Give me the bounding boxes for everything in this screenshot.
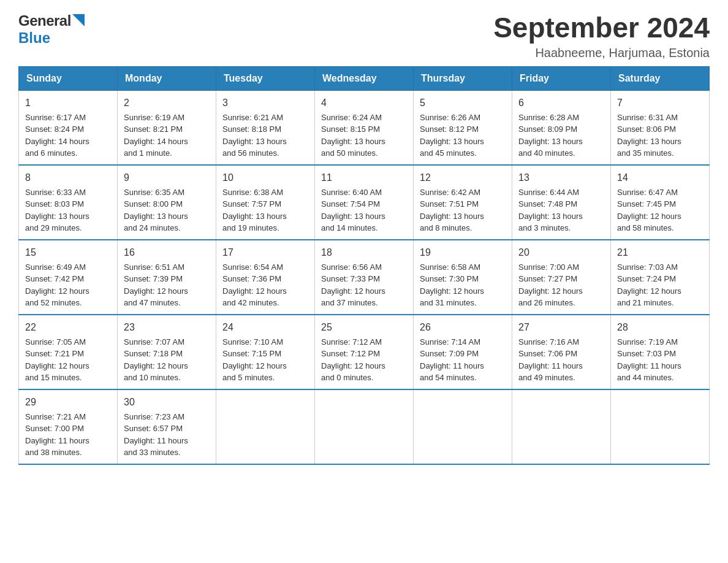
day-number: 7	[617, 96, 703, 110]
calendar-cell: 1Sunrise: 6:17 AM Sunset: 8:24 PM Daylig…	[19, 90, 118, 165]
day-number: 14	[617, 170, 703, 185]
day-info: Sunrise: 6:44 AM Sunset: 7:48 PM Dayligh…	[518, 188, 583, 233]
day-info: Sunrise: 7:12 AM Sunset: 7:12 PM Dayligh…	[321, 337, 385, 383]
day-info: Sunrise: 6:40 AM Sunset: 7:54 PM Dayligh…	[321, 188, 385, 233]
calendar-cell: 25Sunrise: 7:12 AM Sunset: 7:12 PM Dayli…	[315, 315, 414, 389]
calendar-cell: 12Sunrise: 6:42 AM Sunset: 7:51 PM Dayli…	[414, 165, 512, 240]
calendar-cell: 17Sunrise: 6:54 AM Sunset: 7:36 PM Dayli…	[216, 240, 315, 315]
day-info: Sunrise: 6:19 AM Sunset: 8:21 PM Dayligh…	[124, 113, 188, 158]
day-info: Sunrise: 7:19 AM Sunset: 7:03 PM Dayligh…	[617, 337, 681, 383]
header-sunday: Sunday	[19, 66, 118, 90]
day-info: Sunrise: 7:16 AM Sunset: 7:06 PM Dayligh…	[518, 337, 583, 383]
day-number: 12	[420, 170, 506, 185]
logo: General Blue	[18, 12, 85, 47]
calendar-cell	[216, 389, 315, 464]
day-info: Sunrise: 7:07 AM Sunset: 7:18 PM Dayligh…	[124, 337, 188, 383]
day-number: 10	[222, 170, 308, 185]
logo-general-text: General	[18, 12, 71, 29]
day-number: 28	[617, 320, 703, 335]
day-number: 15	[25, 245, 111, 260]
calendar-cell: 8Sunrise: 6:33 AM Sunset: 8:03 PM Daylig…	[19, 165, 118, 240]
header-tuesday: Tuesday	[216, 66, 315, 90]
day-number: 30	[124, 395, 210, 410]
day-info: Sunrise: 6:38 AM Sunset: 7:57 PM Dayligh…	[222, 188, 287, 233]
day-number: 22	[25, 320, 111, 335]
day-number: 6	[518, 96, 604, 110]
calendar-cell: 6Sunrise: 6:28 AM Sunset: 8:09 PM Daylig…	[512, 90, 611, 165]
day-number: 21	[617, 245, 703, 260]
calendar-cell: 26Sunrise: 7:14 AM Sunset: 7:09 PM Dayli…	[414, 315, 512, 389]
day-info: Sunrise: 7:10 AM Sunset: 7:15 PM Dayligh…	[222, 337, 287, 383]
calendar-week-row: 15Sunrise: 6:49 AM Sunset: 7:42 PM Dayli…	[19, 240, 710, 315]
calendar-cell: 19Sunrise: 6:58 AM Sunset: 7:30 PM Dayli…	[414, 240, 512, 315]
calendar-cell: 21Sunrise: 7:03 AM Sunset: 7:24 PM Dayli…	[611, 240, 710, 315]
calendar-cell: 16Sunrise: 6:51 AM Sunset: 7:39 PM Dayli…	[118, 240, 216, 315]
svg-marker-0	[72, 14, 85, 26]
day-info: Sunrise: 7:14 AM Sunset: 7:09 PM Dayligh…	[420, 337, 484, 383]
calendar-cell	[414, 389, 512, 464]
day-number: 26	[420, 320, 506, 335]
calendar-week-row: 22Sunrise: 7:05 AM Sunset: 7:21 PM Dayli…	[19, 315, 710, 389]
day-number: 1	[25, 96, 111, 110]
calendar-cell: 15Sunrise: 6:49 AM Sunset: 7:42 PM Dayli…	[19, 240, 118, 315]
calendar-week-row: 1Sunrise: 6:17 AM Sunset: 8:24 PM Daylig…	[19, 90, 710, 165]
day-number: 8	[25, 170, 111, 185]
header-thursday: Thursday	[414, 66, 512, 90]
day-info: Sunrise: 6:56 AM Sunset: 7:33 PM Dayligh…	[321, 262, 385, 308]
calendar-cell: 7Sunrise: 6:31 AM Sunset: 8:06 PM Daylig…	[611, 90, 710, 165]
calendar-week-row: 29Sunrise: 7:21 AM Sunset: 7:00 PM Dayli…	[19, 389, 710, 464]
header-wednesday: Wednesday	[315, 66, 414, 90]
calendar-cell: 9Sunrise: 6:35 AM Sunset: 8:00 PM Daylig…	[118, 165, 216, 240]
day-info: Sunrise: 6:33 AM Sunset: 8:03 PM Dayligh…	[25, 188, 89, 233]
day-info: Sunrise: 7:03 AM Sunset: 7:24 PM Dayligh…	[617, 262, 681, 308]
day-info: Sunrise: 6:47 AM Sunset: 7:45 PM Dayligh…	[617, 188, 681, 233]
day-number: 9	[124, 170, 210, 185]
day-number: 5	[420, 96, 506, 110]
day-info: Sunrise: 7:21 AM Sunset: 7:00 PM Dayligh…	[25, 412, 89, 458]
day-number: 19	[420, 245, 506, 260]
day-info: Sunrise: 7:00 AM Sunset: 7:27 PM Dayligh…	[518, 262, 583, 308]
day-number: 3	[222, 96, 308, 110]
calendar-cell: 30Sunrise: 7:23 AM Sunset: 6:57 PM Dayli…	[118, 389, 216, 464]
day-number: 2	[124, 96, 210, 110]
day-info: Sunrise: 7:05 AM Sunset: 7:21 PM Dayligh…	[25, 337, 89, 383]
day-number: 29	[25, 395, 111, 410]
day-info: Sunrise: 6:54 AM Sunset: 7:36 PM Dayligh…	[222, 262, 287, 308]
header-monday: Monday	[118, 66, 216, 90]
day-number: 11	[321, 170, 407, 185]
calendar-cell: 10Sunrise: 6:38 AM Sunset: 7:57 PM Dayli…	[216, 165, 315, 240]
day-number: 17	[222, 245, 308, 260]
day-info: Sunrise: 6:58 AM Sunset: 7:30 PM Dayligh…	[420, 262, 484, 308]
day-info: Sunrise: 6:51 AM Sunset: 7:39 PM Dayligh…	[124, 262, 188, 308]
header-friday: Friday	[512, 66, 611, 90]
calendar-cell: 18Sunrise: 6:56 AM Sunset: 7:33 PM Dayli…	[315, 240, 414, 315]
day-number: 18	[321, 245, 407, 260]
day-number: 25	[321, 320, 407, 335]
calendar-cell: 23Sunrise: 7:07 AM Sunset: 7:18 PM Dayli…	[118, 315, 216, 389]
calendar-week-row: 8Sunrise: 6:33 AM Sunset: 8:03 PM Daylig…	[19, 165, 710, 240]
calendar-cell: 5Sunrise: 6:26 AM Sunset: 8:12 PM Daylig…	[414, 90, 512, 165]
day-info: Sunrise: 6:49 AM Sunset: 7:42 PM Dayligh…	[25, 262, 89, 308]
month-title: September 2024	[493, 12, 710, 44]
calendar-cell: 29Sunrise: 7:21 AM Sunset: 7:00 PM Dayli…	[19, 389, 118, 464]
day-number: 4	[321, 96, 407, 110]
calendar-cell: 11Sunrise: 6:40 AM Sunset: 7:54 PM Dayli…	[315, 165, 414, 240]
calendar-cell: 4Sunrise: 6:24 AM Sunset: 8:15 PM Daylig…	[315, 90, 414, 165]
calendar-cell: 20Sunrise: 7:00 AM Sunset: 7:27 PM Dayli…	[512, 240, 611, 315]
day-number: 24	[222, 320, 308, 335]
day-info: Sunrise: 6:26 AM Sunset: 8:12 PM Dayligh…	[420, 113, 484, 158]
day-info: Sunrise: 7:23 AM Sunset: 6:57 PM Dayligh…	[124, 412, 188, 458]
calendar-cell: 24Sunrise: 7:10 AM Sunset: 7:15 PM Dayli…	[216, 315, 315, 389]
calendar-header-row: SundayMondayTuesdayWednesdayThursdayFrid…	[19, 66, 710, 90]
calendar-cell: 22Sunrise: 7:05 AM Sunset: 7:21 PM Dayli…	[19, 315, 118, 389]
day-number: 20	[518, 245, 604, 260]
day-info: Sunrise: 6:31 AM Sunset: 8:06 PM Dayligh…	[617, 113, 681, 158]
day-number: 23	[124, 320, 210, 335]
calendar-cell: 3Sunrise: 6:21 AM Sunset: 8:18 PM Daylig…	[216, 90, 315, 165]
calendar-cell: 2Sunrise: 6:19 AM Sunset: 8:21 PM Daylig…	[118, 90, 216, 165]
calendar-cell	[512, 389, 611, 464]
header-saturday: Saturday	[611, 66, 710, 90]
day-info: Sunrise: 6:17 AM Sunset: 8:24 PM Dayligh…	[25, 113, 89, 158]
calendar-cell: 13Sunrise: 6:44 AM Sunset: 7:48 PM Dayli…	[512, 165, 611, 240]
calendar-cell: 14Sunrise: 6:47 AM Sunset: 7:45 PM Dayli…	[611, 165, 710, 240]
